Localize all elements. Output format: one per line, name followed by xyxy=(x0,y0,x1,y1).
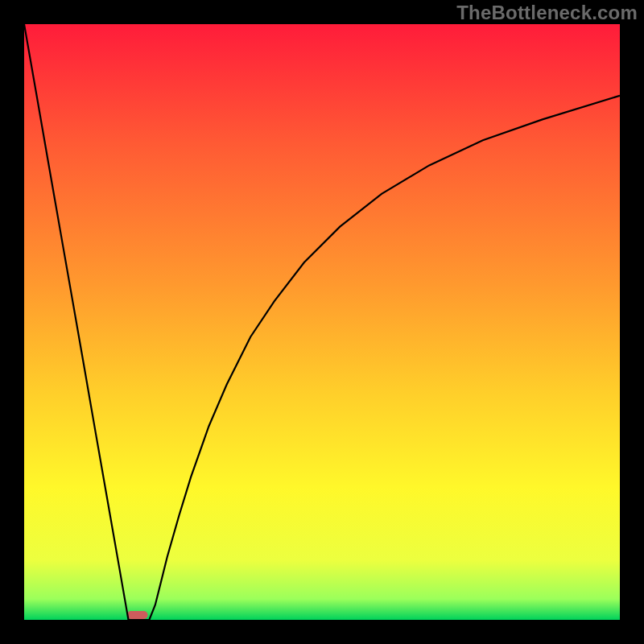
chart-svg xyxy=(24,24,620,620)
plot-area xyxy=(24,24,620,620)
watermark-text: TheBottleneck.com xyxy=(456,2,638,24)
minimum-marker xyxy=(127,611,148,619)
chart-container: TheBottleneck.com xyxy=(0,0,644,644)
svg-rect-0 xyxy=(127,611,148,619)
